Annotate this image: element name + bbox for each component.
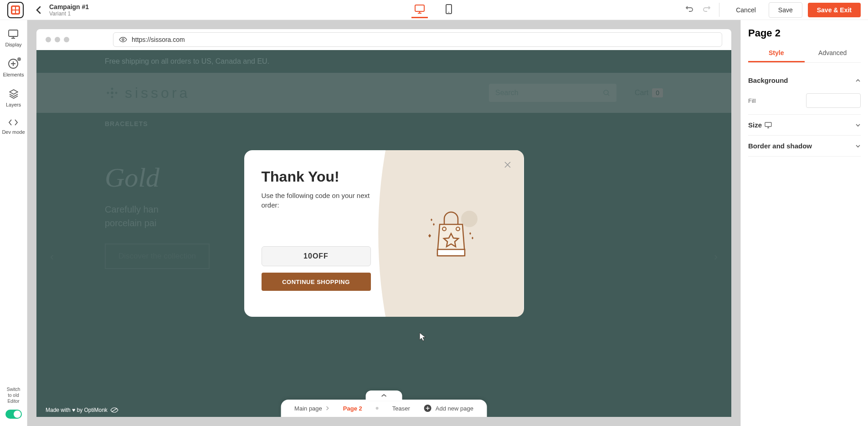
- svg-point-8: [461, 211, 478, 227]
- popup-close-button[interactable]: [504, 161, 511, 170]
- svg-rect-0: [415, 5, 424, 11]
- page-nav-handle[interactable]: [365, 390, 402, 401]
- elements-badge-icon: [17, 57, 21, 61]
- save-button[interactable]: Save: [769, 2, 802, 18]
- separator-dot: [376, 407, 379, 410]
- svg-point-5: [122, 39, 124, 41]
- url-text: https://sissora.com: [132, 36, 185, 43]
- page-nav-add[interactable]: Add new page: [424, 404, 473, 412]
- sidebar-display[interactable]: Display: [5, 29, 21, 47]
- sidebar-elements-label: Elements: [3, 72, 24, 77]
- chevron-up-icon: [855, 79, 861, 82]
- redo-button[interactable]: [700, 3, 714, 17]
- accordion-background[interactable]: Background: [748, 76, 861, 84]
- url-bar[interactable]: https://sissora.com: [113, 32, 722, 47]
- editor-toggle[interactable]: [5, 410, 22, 419]
- sidebar-display-label: Display: [5, 42, 21, 47]
- save-exit-button[interactable]: Save & Exit: [808, 3, 861, 17]
- made-with-label: Made with ♥ by OptiMonk: [46, 407, 118, 413]
- fill-label: Fill: [748, 97, 756, 104]
- back-button[interactable]: [33, 5, 44, 15]
- sidebar-devmode-label: Dev mode: [2, 129, 25, 135]
- eye-icon: [119, 37, 127, 42]
- add-icon: [424, 404, 432, 412]
- shopping-bag-icon: [419, 202, 483, 265]
- undo-button[interactable]: [683, 3, 696, 17]
- chevron-down-icon: [855, 123, 861, 127]
- sidebar-layers-label: Layers: [6, 102, 21, 107]
- popup-continue-button[interactable]: CONTINUE SHOPPING: [262, 273, 371, 291]
- accordion-border[interactable]: Border and shadow: [748, 142, 861, 150]
- desktop-icon: [765, 122, 772, 128]
- popup-title[interactable]: Thank You!: [262, 168, 379, 185]
- visibility-icon: [110, 407, 118, 413]
- switch-editor-label: Switch to old Editor: [7, 386, 20, 404]
- svg-rect-13: [765, 122, 771, 127]
- popup-coupon-code[interactable]: 10OFF: [262, 246, 371, 266]
- tab-style[interactable]: Style: [748, 45, 805, 62]
- variant-label: Variant 1: [49, 10, 89, 17]
- page-nav-teaser[interactable]: Teaser: [392, 405, 410, 412]
- accordion-size[interactable]: Size: [748, 121, 861, 129]
- cancel-button[interactable]: Cancel: [729, 3, 763, 17]
- svg-point-2: [448, 12, 449, 13]
- chevron-up-icon: [380, 394, 387, 397]
- page-navigation: Main page Page 2 Teaser Add new page: [281, 400, 487, 417]
- sidebar-layers[interactable]: Layers: [6, 88, 21, 107]
- page-nav-main[interactable]: Main page: [294, 405, 329, 412]
- thank-you-popup[interactable]: Thank You! Use the following code on you…: [244, 150, 524, 317]
- mobile-device-button[interactable]: [441, 2, 457, 18]
- fill-input[interactable]: [806, 93, 861, 108]
- chevron-down-icon: [855, 144, 861, 148]
- sidebar-elements[interactable]: Elements: [3, 58, 24, 77]
- desktop-device-button[interactable]: [411, 2, 428, 18]
- panel-title: Page 2: [748, 27, 861, 39]
- svg-rect-9: [437, 249, 465, 256]
- app-logo[interactable]: [7, 2, 24, 18]
- popup-subtitle[interactable]: Use the following code on your next orde…: [262, 191, 379, 210]
- traffic-lights: [46, 37, 69, 42]
- sidebar-devmode[interactable]: Dev mode: [2, 118, 25, 135]
- page-nav-page2[interactable]: Page 2: [343, 405, 362, 412]
- tab-advanced[interactable]: Advanced: [805, 45, 861, 62]
- campaign-title: Campaign #1: [49, 3, 89, 10]
- chevron-right-icon: [326, 406, 329, 411]
- svg-rect-3: [9, 30, 18, 36]
